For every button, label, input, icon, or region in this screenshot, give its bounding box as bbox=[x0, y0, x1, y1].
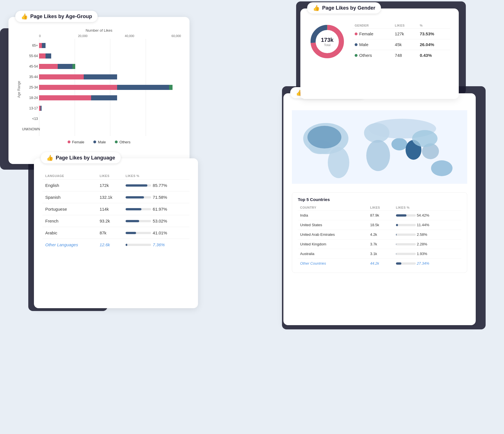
bar-row: 35-44 bbox=[39, 73, 181, 81]
bar-row: 13-17 bbox=[39, 105, 181, 112]
age-group-chart-title: Number of Likes bbox=[17, 28, 181, 33]
bar-row: 18-24 bbox=[39, 94, 181, 102]
gender-col-likes: LIKES bbox=[393, 23, 417, 29]
legend-female: Female bbox=[72, 140, 84, 144]
country-col-pct: LIKES % bbox=[394, 205, 461, 211]
gender-title-badge: 👍 Page Likes by Gender bbox=[307, 2, 381, 14]
country-row: Other Countries 44.2k 27.34% bbox=[298, 259, 461, 268]
chart-legend: Female Male Others bbox=[17, 140, 181, 144]
language-row: English 172k 85.77% bbox=[42, 180, 189, 191]
bar-row: 45-54 bbox=[39, 63, 181, 70]
svg-point-7 bbox=[328, 147, 349, 178]
x-axis-labels: 0 20,000 40,000 60,000 bbox=[22, 34, 181, 38]
age-group-title: Page Likes by Age-Group bbox=[30, 14, 92, 20]
world-map bbox=[292, 107, 467, 187]
thumb-up-icon: 👍 bbox=[21, 13, 28, 20]
country-col-country: COUNTRY bbox=[298, 205, 368, 211]
legend-male: Male bbox=[98, 140, 106, 144]
donut-total: 173k bbox=[321, 37, 334, 43]
language-title-badge: 👍 Page Likes by Language bbox=[41, 152, 121, 163]
donut-chart: 173k Total bbox=[309, 23, 346, 60]
thumb-up-icon-language: 👍 bbox=[46, 154, 53, 161]
age-group-title-badge: 👍 Page Likes by Age-Group bbox=[15, 11, 98, 22]
thumb-up-icon-gender: 👍 bbox=[313, 5, 320, 11]
language-card: 👍 Page Likes by Language LANGUAGE LIKES … bbox=[34, 158, 198, 308]
country-row: United States 18.5k 11.44% bbox=[298, 220, 461, 230]
svg-point-13 bbox=[431, 160, 453, 176]
top5-section: Top 5 Countries COUNTRY LIKES LIKES % In… bbox=[292, 192, 467, 273]
svg-point-9 bbox=[366, 140, 390, 171]
gender-col-gender: GENDER bbox=[352, 23, 393, 29]
country-row: India 87.9k 54.42% bbox=[298, 211, 461, 220]
bar-row: 25-34 bbox=[39, 84, 181, 91]
gender-row: Female 127k 73.53% bbox=[352, 29, 450, 39]
gender-content: 173k Total GENDER LIKES % Female 127k 73… bbox=[309, 23, 450, 61]
gender-card: 👍 Page Likes by Gender 173k Total GENDER bbox=[300, 8, 459, 99]
top5-title: Top 5 Countries bbox=[298, 197, 461, 202]
bar-row: 55-64 bbox=[39, 52, 181, 60]
bar-rows: 65+55-6445-5435-4425-3418-2413-17<13UNKN… bbox=[22, 39, 181, 136]
language-title: Page Likes by Language bbox=[56, 155, 115, 161]
language-row: Spanish 132.1k 71.58% bbox=[42, 191, 189, 203]
y-axis-label: Age Range bbox=[17, 34, 21, 136]
language-table: LANGUAGE LIKES LIKES % English 172k 85.7… bbox=[42, 172, 189, 251]
country-row: Australia 3.1k 1.93% bbox=[298, 249, 461, 259]
language-row: French 93.2k 53.02% bbox=[42, 215, 189, 227]
gender-row: Others 748 0.43% bbox=[352, 50, 450, 61]
lang-col-language: LANGUAGE bbox=[42, 172, 97, 180]
bar-row: UNKNOWN bbox=[39, 126, 181, 133]
country-col-likes: LIKES bbox=[368, 205, 394, 211]
language-row: Other Languages 12.6k 7.36% bbox=[42, 239, 189, 251]
svg-point-16 bbox=[307, 126, 341, 148]
svg-point-15 bbox=[412, 130, 438, 147]
country-table: COUNTRY LIKES LIKES % India 87.9k 54.42%… bbox=[298, 205, 461, 268]
bar-row: <13 bbox=[39, 115, 181, 122]
bar-row: 65+ bbox=[39, 42, 181, 49]
donut-label: Total bbox=[321, 43, 334, 47]
language-row: Portuguese 114k 61.97% bbox=[42, 203, 189, 215]
language-row: Arabic 87k 41.01% bbox=[42, 227, 189, 239]
country-row: United Arab Emirates 4.2k 2.58% bbox=[298, 230, 461, 239]
country-card: 👍 Page Likes by Country bbox=[283, 93, 476, 325]
gender-row: Male 45k 26.04% bbox=[352, 39, 450, 50]
gender-col-pct: % bbox=[417, 23, 450, 29]
lang-col-likes: LIKES bbox=[97, 172, 123, 180]
svg-point-10 bbox=[391, 138, 407, 150]
gender-title: Page Likes by Gender bbox=[322, 5, 375, 11]
age-group-card: 👍 Page Likes by Age-Group Number of Like… bbox=[8, 17, 189, 164]
age-group-bar-chart: Age Range 0 20,000 40,000 60,000 65+55-6… bbox=[17, 34, 181, 136]
lang-col-pct: LIKES % bbox=[123, 172, 189, 180]
country-row: United Kingdom 3.7k 2.28% bbox=[298, 239, 461, 249]
gender-table: GENDER LIKES % Female 127k 73.53% Male 4… bbox=[352, 23, 450, 61]
legend-others: Others bbox=[119, 140, 130, 144]
